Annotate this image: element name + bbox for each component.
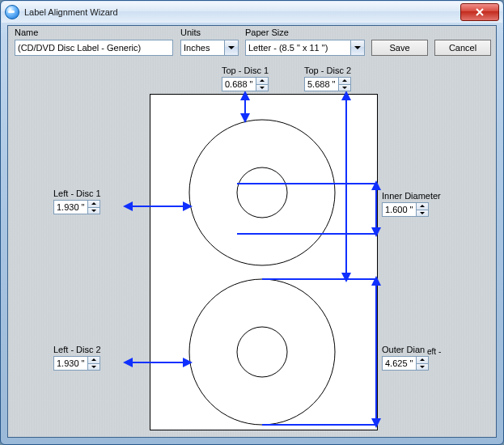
- top-disc1-spinner[interactable]: 0.688 ": [222, 77, 269, 91]
- inner-diameter-label: Inner Diameter: [382, 191, 441, 201]
- left-disc2-label: Left - Disc 2: [53, 345, 101, 354]
- spinner-buttons[interactable]: [416, 203, 428, 216]
- client-area: Name Units Inches Paper Size Letter - (8…: [7, 25, 497, 438]
- left-disc1-label: Left - Disc 1: [53, 189, 101, 198]
- spinner-buttons[interactable]: [256, 78, 268, 91]
- cancel-button[interactable]: Cancel: [434, 40, 491, 56]
- disc2-inner: [237, 327, 287, 377]
- outer-diameter-label: Outer Dian: [382, 345, 425, 354]
- left-disc2-spinner[interactable]: 1.930 ": [53, 356, 100, 371]
- save-button[interactable]: Save: [371, 40, 428, 56]
- paper-size-combo[interactable]: Letter - (8.5 " x 11 "): [245, 40, 365, 56]
- spinner-buttons[interactable]: [87, 357, 100, 370]
- spinner-buttons[interactable]: [416, 357, 428, 370]
- close-icon: [475, 8, 485, 16]
- diagram-canvas: Top - Disc 1 0.688 " Top - Disc 2 5.688 …: [8, 63, 496, 437]
- left-disc1-spinner[interactable]: 1.930 ": [53, 200, 100, 214]
- diagram-overlay: [8, 63, 498, 439]
- disc1-outer: [189, 120, 335, 265]
- title-bar[interactable]: Label Alignment Wizard: [2, 2, 502, 23]
- paper-size-value: Letter - (8.5 " x 11 "): [246, 43, 350, 53]
- units-combo[interactable]: Inches: [180, 40, 239, 56]
- inner-diameter-spinner[interactable]: 1.600 ": [382, 202, 429, 217]
- window-frame: Label Alignment Wizard Name Units Inches…: [0, 0, 504, 445]
- close-button[interactable]: [460, 3, 499, 21]
- outer-diameter-spinner[interactable]: 4.625 ": [382, 356, 429, 371]
- disc1-inner: [237, 167, 287, 218]
- chevron-down-icon: [350, 40, 364, 55]
- units-value: Inches: [181, 43, 224, 53]
- window-title: Label Alignment Wizard: [24, 7, 118, 17]
- top-disc2-spinner[interactable]: 5.688 ": [304, 77, 351, 91]
- spinner-buttons[interactable]: [338, 78, 350, 91]
- top-disc2-label: Top - Disc 2: [304, 66, 351, 75]
- top-disc1-label: Top - Disc 1: [222, 66, 269, 75]
- spinner-buttons[interactable]: [87, 201, 100, 214]
- form-row: Name Units Inches Paper Size Letter - (8…: [11, 28, 493, 61]
- disc2-outer: [189, 279, 335, 425]
- name-label: Name: [15, 28, 38, 37]
- paper-size-label: Paper Size: [245, 28, 289, 37]
- units-label: Units: [180, 28, 201, 37]
- app-icon: [5, 5, 19, 19]
- outer-diameter-label-trail: eft -: [427, 347, 441, 356]
- name-input[interactable]: [15, 40, 173, 56]
- chevron-down-icon: [224, 40, 238, 55]
